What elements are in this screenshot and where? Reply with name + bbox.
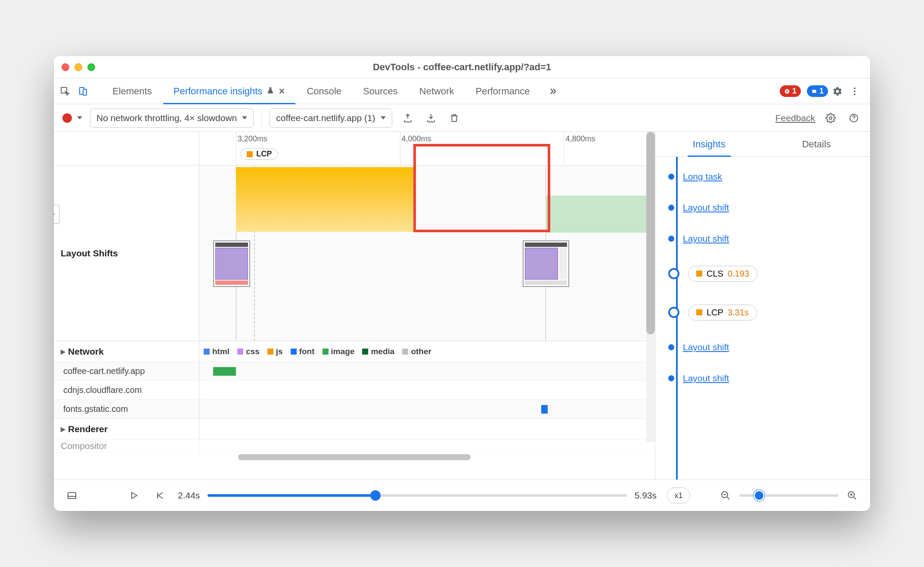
tab-console[interactable]: Console	[296, 78, 352, 104]
error-badge[interactable]: 1	[780, 85, 801, 97]
zoom-out-icon[interactable]	[718, 488, 733, 503]
recording-select[interactable]: coffee-cart.netlify.app (1)	[270, 109, 392, 128]
svg-rect-2	[83, 89, 87, 95]
timeline-dot-icon	[668, 205, 674, 211]
zoom-knob[interactable]	[753, 490, 765, 501]
error-count: 1	[792, 87, 797, 96]
renderer-track-header[interactable]: ▶Renderer	[54, 419, 655, 439]
playback-time-start: 2.44s	[178, 490, 200, 501]
insights-pane: Insights Details Long task Layout shift …	[655, 132, 870, 480]
tab-sources[interactable]: Sources	[353, 78, 408, 104]
tab-performance-insights[interactable]: Performance insights ✕	[163, 78, 296, 104]
lcp-marker-chip[interactable]: LCP	[240, 148, 278, 160]
recording-label: coffee-cart.netlify.app (1)	[276, 113, 375, 123]
window-close-button[interactable]	[62, 63, 69, 71]
metric-cls-pill[interactable]: CLS 0.193	[688, 266, 757, 282]
insight-layout-shift[interactable]: Layout shift	[683, 373, 729, 383]
insight-layout-shift[interactable]: Layout shift	[683, 342, 729, 352]
svg-point-8	[829, 117, 832, 119]
insights-tab-bar: Insights Details	[655, 132, 870, 157]
insights-connector-line	[676, 157, 678, 480]
disclosure-triangle-icon[interactable]: ▶	[61, 348, 65, 355]
delete-icon[interactable]	[446, 110, 462, 126]
tab-insights[interactable]: Insights	[655, 132, 763, 156]
zoom-in-icon[interactable]	[844, 488, 860, 503]
tab-label: Performance	[476, 86, 530, 97]
record-button[interactable]	[62, 113, 72, 123]
track-label-renderer: ▶Renderer	[54, 419, 199, 439]
tab-elements[interactable]: Elements	[102, 78, 162, 104]
window-maximize-button[interactable]	[87, 63, 95, 71]
toggle-screenshots-icon[interactable]	[64, 488, 80, 503]
window-minimize-button[interactable]	[74, 63, 82, 71]
more-tabs-button[interactable]	[545, 84, 561, 99]
network-host-label: coffee-cart.netlify.app	[54, 362, 199, 380]
metric-value: 0.193	[728, 269, 749, 279]
tab-performance[interactable]: Performance	[465, 78, 540, 104]
insights-timeline[interactable]: Long task Layout shift Layout shift CLS …	[655, 157, 870, 480]
playback-speed[interactable]: x1	[667, 487, 690, 504]
playback-footer: 2.44s 5.93s x1	[54, 480, 870, 511]
inspect-element-icon[interactable]	[57, 84, 73, 99]
window-titlebar: DevTools - coffee-cart.netlify.app/?ad=1	[54, 56, 870, 78]
compositor-track-header[interactable]: Compositor	[54, 439, 655, 452]
tab-details[interactable]: Details	[763, 132, 871, 156]
play-button[interactable]	[126, 488, 142, 503]
layout-shifts-area[interactable]	[199, 165, 655, 341]
lcp-color-icon	[247, 151, 253, 157]
insight-layout-shift[interactable]: Layout shift	[683, 234, 729, 244]
screenshot-thumb[interactable]	[213, 240, 250, 287]
playback-slider[interactable]: 2.44s 5.93s	[178, 490, 657, 501]
window-title: DevTools - coffee-cart.netlify.app/?ad=1	[54, 62, 870, 73]
chevron-down-icon	[381, 116, 386, 119]
toggle-device-toolbar-icon[interactable]	[75, 84, 91, 99]
import-icon[interactable]	[423, 110, 439, 126]
feedback-link[interactable]: Feedback	[775, 113, 815, 123]
collapse-sidebar-button[interactable]	[54, 205, 59, 224]
insight-long-task[interactable]: Long task	[683, 171, 722, 182]
timeline-hscrollbar[interactable]	[54, 452, 655, 462]
network-host-row[interactable]: coffee-cart.netlify.app	[54, 362, 655, 381]
experiment-flask-icon	[267, 86, 274, 97]
settings-gear-icon[interactable]	[830, 84, 845, 99]
export-icon[interactable]	[400, 110, 415, 126]
disclosure-triangle-icon[interactable]: ▶	[61, 426, 65, 433]
traffic-lights	[62, 63, 95, 71]
network-host-row[interactable]: fonts.gstatic.com	[54, 400, 655, 419]
insight-layout-shift[interactable]: Layout shift	[683, 202, 729, 213]
svg-rect-11	[68, 496, 76, 498]
record-options-dropdown[interactable]	[77, 116, 82, 119]
issues-badge[interactable]: 1	[807, 85, 828, 97]
layout-shifts-track: Layout Shifts	[54, 165, 655, 341]
svg-point-7	[854, 93, 856, 95]
panel-tabs: Elements Performance insights ✕ Console …	[102, 78, 540, 104]
panel-settings-gear-icon[interactable]	[823, 110, 838, 126]
legend-item-other: other	[411, 347, 431, 356]
network-track-header[interactable]: ▶Network html css js font image media ot…	[54, 341, 655, 362]
timeline-metric-dot-icon	[668, 307, 679, 318]
tab-network[interactable]: Network	[409, 78, 465, 104]
slider-knob[interactable]	[370, 490, 381, 501]
tab-label: Network	[419, 86, 454, 97]
throttling-select[interactable]: No network throttling, 4× slowdown	[90, 109, 254, 128]
timeline-dot-icon	[668, 174, 674, 180]
time-ruler[interactable]: 3,200ms 4,000ms 4,800ms LCP	[54, 132, 655, 165]
screenshot-thumb[interactable]	[523, 240, 569, 287]
tab-label: Sources	[363, 86, 398, 97]
metric-lcp-pill[interactable]: LCP 3.31s	[688, 305, 757, 321]
timeline-dot-icon	[668, 344, 674, 350]
ruler-tick-label: 4,000ms	[402, 134, 431, 143]
rewind-button[interactable]	[152, 488, 167, 503]
help-icon[interactable]	[846, 110, 862, 126]
ruler-tick-label: 4,800ms	[565, 134, 595, 143]
zoom-slider[interactable]	[739, 494, 838, 497]
network-host-row[interactable]: cdnjs.cloudflare.com	[54, 381, 655, 400]
insights-toolbar: No network throttling, 4× slowdown coffe…	[54, 104, 870, 132]
metric-value: 3.31s	[728, 308, 749, 318]
svg-rect-4	[812, 90, 816, 93]
close-tab-icon[interactable]: ✕	[279, 87, 285, 96]
network-legend: html css js font image media other	[199, 341, 655, 361]
legend-item-font: font	[299, 347, 315, 356]
timeline-vscrollbar[interactable]	[646, 132, 655, 442]
kebab-menu-icon[interactable]	[847, 84, 862, 99]
